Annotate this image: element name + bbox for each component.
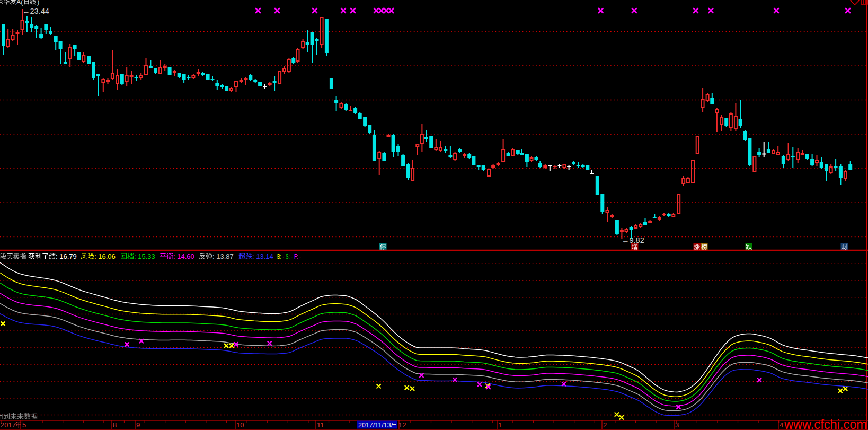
svg-text:2: 2 xyxy=(603,421,607,429)
svg-text:: 16.79: : 16.79 xyxy=(56,252,77,260)
svg-text:2017: 2017 xyxy=(1,421,16,429)
svg-text:12: 12 xyxy=(398,421,406,429)
svg-text:: 15.33: : 15.33 xyxy=(134,252,155,260)
svg-text:): ) xyxy=(37,0,39,6)
svg-text:A(: A( xyxy=(16,0,23,6)
svg-text:10: 10 xyxy=(236,421,244,429)
svg-text:: 14.60: : 14.60 xyxy=(173,252,194,260)
svg-text:8: 8 xyxy=(113,421,117,429)
svg-text:5: 5 xyxy=(22,421,26,429)
svg-text:: 16.06: : 16.06 xyxy=(94,252,116,260)
svg-text:F: -: F: - xyxy=(294,252,301,260)
svg-text:11: 11 xyxy=(317,421,324,429)
svg-text:www.cfchi.com: www.cfchi.com xyxy=(784,416,867,430)
svg-text:9: 9 xyxy=(136,421,140,429)
svg-text:2017/11/13/: 2017/11/13/ xyxy=(358,422,393,429)
svg-text:B: -: B: - xyxy=(277,252,284,260)
svg-text:: 13.14: : 13.14 xyxy=(252,252,273,260)
svg-text:1: 1 xyxy=(498,421,502,429)
svg-text:4: 4 xyxy=(780,421,783,429)
svg-text:: 13.87: : 13.87 xyxy=(212,252,234,260)
svg-text:3: 3 xyxy=(675,421,679,429)
svg-text:S: -: S: - xyxy=(286,252,293,260)
svg-text:←23.44: ←23.44 xyxy=(22,7,49,15)
